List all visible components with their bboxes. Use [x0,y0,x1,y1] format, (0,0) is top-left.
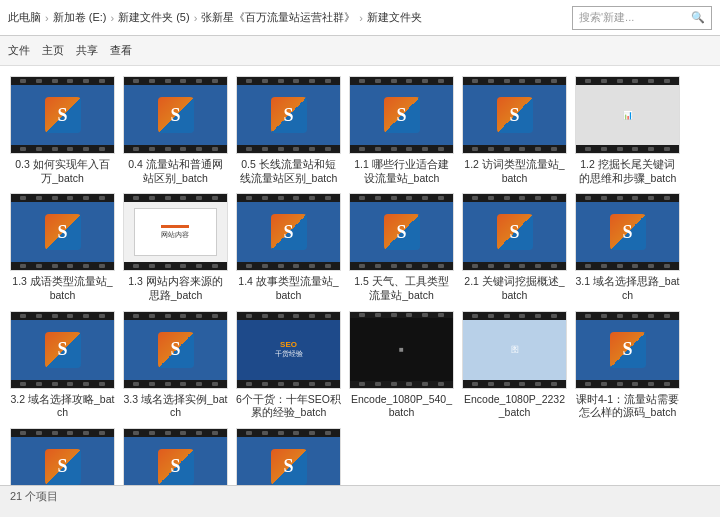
file-thumbnail: S [575,311,680,389]
file-label: 1.1 哪些行业适合建设流量站_batch [349,158,454,185]
toolbar-view[interactable]: 查看 [110,43,132,58]
sep3: › [194,12,198,24]
breadcrumb-folder1[interactable]: 新建文件夹 (5) [118,10,190,25]
list-item[interactable]: S 3.1 域名选择思路_batch [575,193,680,302]
breadcrumb-computer[interactable]: 此电脑 [8,10,41,25]
file-thumbnail: S [349,193,454,271]
list-item[interactable]: S 课时4-1：流量站需要怎么样的源码_batch [575,311,680,420]
list-item[interactable]: S 2.1 关键词挖掘概述_batch [462,193,567,302]
file-thumbnail: S [123,76,228,154]
file-label: 1.2 挖掘长尾关键词的思维和步骤_batch [575,158,680,185]
file-label: Encode_1080P_2232_batch [462,393,567,420]
file-label: 2.1 关键词挖掘概述_batch [462,275,567,302]
file-label: 6个干货：十年SEO积累的经验_batch [236,393,341,420]
file-thumbnail: S [349,76,454,154]
file-thumbnail: ■ [349,311,454,389]
breadcrumb-drive[interactable]: 新加卷 (E:) [53,10,107,25]
file-label: 0.5 长线流量站和短线流量站区别_batch [236,158,341,185]
file-label: 3.2 域名选择攻略_batch [10,393,115,420]
list-item[interactable]: 📊 1.2 挖掘长尾关键词的思维和步骤_batch [575,76,680,185]
list-item[interactable]: S 3.2 域名选择攻略_batch [10,311,115,420]
file-label: 1.4 故事类型流量站_batch [236,275,341,302]
list-item[interactable]: 网站内容 1.3 网站内容来源的思路_batch [123,193,228,302]
file-label: 课时4-1：流量站需要怎么样的源码_batch [575,393,680,420]
sep1: › [45,12,49,24]
breadcrumb-folder3[interactable]: 新建文件夹 [367,10,422,25]
status-bar: 21 个项目 [0,485,720,507]
toolbar-home[interactable]: 主页 [42,43,64,58]
file-thumbnail: S [236,76,341,154]
list-item[interactable]: S 课时7-1：第一个流量站_batch [236,428,341,485]
file-thumbnail: S [236,193,341,271]
file-thumbnail: S [462,76,567,154]
file-thumbnail: S [462,193,567,271]
file-thumbnail: S [10,311,115,389]
file-thumbnail: 📊 [575,76,680,154]
list-item[interactable]: S 1.4 故事类型流量站_batch [236,193,341,302]
list-item[interactable]: S 课时5-1：流量站需要什么样的内容？_batch [10,428,115,485]
file-thumbnail: S [123,428,228,485]
list-item[interactable]: SEO 干货经验 6个干货：十年SEO积累的经验_batch [236,311,341,420]
sep2: › [110,12,114,24]
file-thumbnail: SEO 干货经验 [236,311,341,389]
breadcrumb[interactable]: 此电脑 › 新加卷 (E:) › 新建文件夹 (5) › 张新星《百万流量站运营… [8,10,422,25]
file-thumbnail: S [10,76,115,154]
search-placeholder: 搜索'新建... [579,10,634,25]
file-label: 3.1 域名选择思路_batch [575,275,680,302]
sep4: › [359,12,363,24]
search-icon: 🔍 [691,11,705,24]
list-item[interactable]: S 3.3 域名选择实例_batch [123,311,228,420]
file-thumbnail: S [10,193,115,271]
list-item[interactable]: S 1.5 天气、工具类型流量站_batch [349,193,454,302]
toolbar-share[interactable]: 共享 [76,43,98,58]
file-label: 3.3 域名选择实例_batch [123,393,228,420]
address-bar: 此电脑 › 新加卷 (E:) › 新建文件夹 (5) › 张新星《百万流量站运营… [0,0,720,36]
status-text: 21 个项目 [10,489,58,504]
file-label: 1.5 天气、工具类型流量站_batch [349,275,454,302]
file-grid: S 0.3 如何实现年入百万_batch S 0.4 流量站和普通网站区别_ba… [0,66,720,485]
file-thumbnail: S [10,428,115,485]
list-item[interactable]: S 1.3 成语类型流量站_batch [10,193,115,302]
list-item[interactable]: S 1.1 哪些行业适合建设流量站_batch [349,76,454,185]
file-thumbnail: S [575,193,680,271]
list-item[interactable]: S 0.3 如何实现年入百万_batch [10,76,115,185]
file-thumbnail: 图 [462,311,567,389]
file-label: 0.3 如何实现年入百万_batch [10,158,115,185]
file-thumbnail: S [123,311,228,389]
file-label: 1.3 网站内容来源的思路_batch [123,275,228,302]
list-item[interactable]: 图 Encode_1080P_2232_batch [462,311,567,420]
file-label: 1.3 成语类型流量站_batch [10,275,115,302]
file-label: Encode_1080P_540_batch [349,393,454,420]
file-thumbnail: 网站内容 [123,193,228,271]
toolbar-file[interactable]: 文件 [8,43,30,58]
list-item[interactable]: ■ Encode_1080P_540_batch [349,311,454,420]
list-item[interactable]: S 0.4 流量站和普通网站区别_batch [123,76,228,185]
file-label: 1.2 访词类型流量站_batch [462,158,567,185]
toolbar: 文件 主页 共享 查看 [0,36,720,66]
list-item[interactable]: S 0.5 长线流量站和短线流量站区别_batch [236,76,341,185]
list-item[interactable]: S 课时5-2：流量站内容来源_batch [123,428,228,485]
search-box[interactable]: 搜索'新建... 🔍 [572,6,712,30]
file-thumbnail: S [236,428,341,485]
file-label: 0.4 流量站和普通网站区别_batch [123,158,228,185]
breadcrumb-folder2[interactable]: 张新星《百万流量站运营社群》 [201,10,355,25]
list-item[interactable]: S 1.2 访词类型流量站_batch [462,76,567,185]
